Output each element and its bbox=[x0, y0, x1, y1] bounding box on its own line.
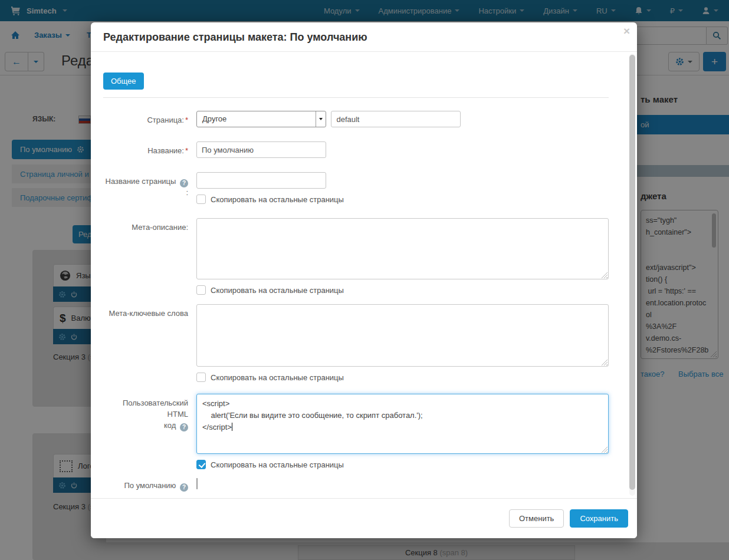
required-mark: * bbox=[185, 116, 188, 124]
modal-header: Редактирование страницы макета: По умолч… bbox=[91, 22, 637, 52]
meta-keywords-label: Мета-ключевые слова bbox=[103, 304, 196, 382]
scrollbar-thumb[interactable] bbox=[629, 55, 635, 490]
save-button[interactable]: Сохранить bbox=[570, 509, 628, 528]
page-title-label: Название страницы ?: bbox=[103, 172, 196, 204]
meta-description-label: Мета-описание: bbox=[103, 218, 196, 295]
meta-keywords-textarea[interactable] bbox=[196, 304, 609, 367]
name-label: Название:* bbox=[103, 141, 196, 158]
page-label: Страница:* bbox=[103, 111, 196, 127]
page-title-input[interactable] bbox=[196, 172, 326, 189]
default-checkbox-checked[interactable] bbox=[196, 478, 198, 489]
copy-checkbox[interactable] bbox=[196, 373, 206, 382]
html-code-textarea[interactable]: <script> alert('Если вы видите это сообщ… bbox=[196, 394, 609, 454]
copy-checkbox-label: Скопировать на остальные страницы bbox=[211, 195, 344, 204]
copy-checkbox-label: Скопировать на остальные страницы bbox=[211, 373, 344, 382]
meta-description-textarea[interactable] bbox=[196, 218, 609, 279]
copy-checkbox-row: Скопировать на остальные страницы bbox=[196, 373, 609, 382]
copy-checkbox-checked[interactable] bbox=[196, 460, 206, 469]
tab-general[interactable]: Общее bbox=[103, 73, 144, 90]
edit-layout-page-modal: Редактирование страницы макета: По умолч… bbox=[91, 22, 637, 538]
form-row-meta-description: Мета-описание: Скопировать на остальные … bbox=[103, 218, 609, 295]
default-label: По умолчанию ? bbox=[103, 476, 196, 492]
tabs-divider bbox=[103, 97, 609, 98]
copy-checkbox-row: Скопировать на остальные страницы bbox=[196, 460, 609, 469]
help-icon[interactable]: ? bbox=[180, 483, 188, 492]
help-icon[interactable]: ? bbox=[180, 423, 188, 431]
copy-checkbox-row: Скопировать на остальные страницы bbox=[196, 285, 609, 295]
modal-footer: Отменить Сохранить bbox=[91, 498, 637, 538]
form-row-default: По умолчанию ? bbox=[103, 476, 609, 492]
form-row-html-code: Пользовательский HTML код ? <script> ale… bbox=[103, 394, 609, 469]
form-row-meta-keywords: Мета-ключевые слова Скопировать на остал… bbox=[103, 304, 609, 382]
form-row-name: Название:* bbox=[103, 141, 609, 158]
copy-checkbox-label: Скопировать на остальные страницы bbox=[211, 460, 344, 469]
close-icon[interactable]: × bbox=[623, 25, 630, 38]
form-row-page-title: Название страницы ?: Скопировать на оста… bbox=[103, 172, 609, 204]
copy-checkbox[interactable] bbox=[196, 195, 206, 204]
modal-scrollbar[interactable] bbox=[629, 54, 635, 496]
page-select[interactable]: Другое bbox=[196, 111, 326, 127]
name-input[interactable] bbox=[196, 141, 326, 158]
page-value-input[interactable] bbox=[331, 111, 461, 127]
help-icon[interactable]: ? bbox=[180, 179, 188, 187]
chevron-down-icon bbox=[316, 111, 326, 127]
copy-checkbox-label: Скопировать на остальные страницы bbox=[211, 286, 344, 295]
modal-title: Редактирование страницы макета: По умолч… bbox=[91, 22, 637, 52]
copy-checkbox[interactable] bbox=[196, 285, 206, 295]
modal-body: Общее Страница:* Другое Название:* bbox=[91, 52, 637, 498]
cancel-button[interactable]: Отменить bbox=[509, 509, 564, 528]
copy-checkbox-row: Скопировать на остальные страницы bbox=[196, 195, 609, 204]
html-code-label: Пользовательский HTML код ? bbox=[103, 394, 196, 469]
text-cursor bbox=[232, 423, 232, 431]
form-row-page: Страница:* Другое bbox=[103, 111, 609, 127]
layout-page-form: Страница:* Другое Название:* Назван bbox=[103, 111, 609, 492]
required-mark: * bbox=[185, 146, 188, 155]
